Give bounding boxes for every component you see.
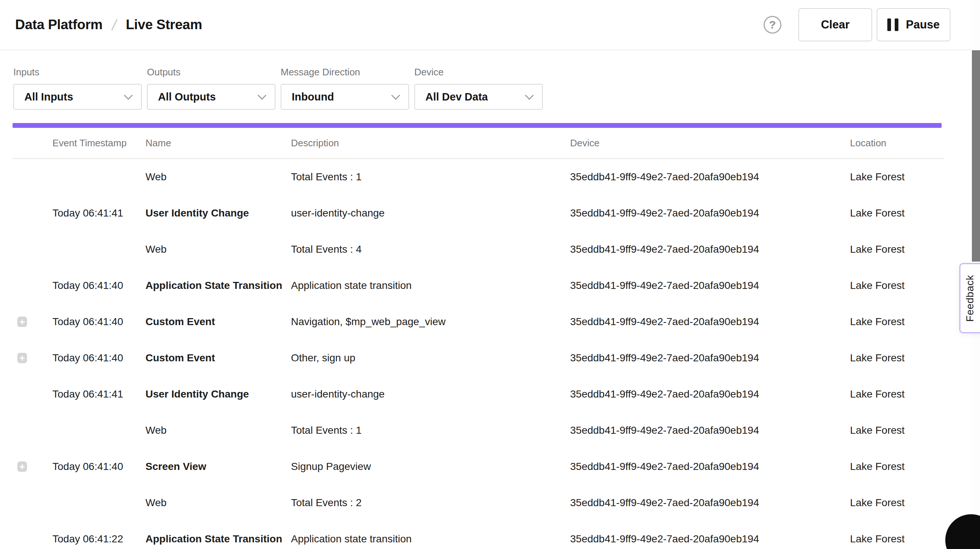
table-row[interactable]: + Web Total Events : 1 35eddb41-9ff9-49e… — [13, 159, 944, 195]
expand-row-icon[interactable]: + — [18, 353, 27, 363]
event-name-cell: Application State Transition — [145, 533, 291, 545]
location-cell: Lake Forest — [850, 388, 944, 400]
event-timestamp-cell: Today 06:41:41 — [52, 388, 145, 400]
table-row[interactable]: + Today 06:41:41 User Identity Change us… — [13, 376, 944, 412]
message-direction-dropdown[interactable]: Inbound — [281, 84, 409, 110]
chevron-down-icon — [124, 91, 132, 100]
event-description-cell: user-identity-change — [291, 207, 570, 219]
live-stream-activity-bar — [13, 123, 942, 128]
header-actions: ? Clear Pause — [764, 8, 950, 41]
device-id-cell: 35eddb41-9ff9-49e2-7aed-20afa90eb194 — [570, 533, 850, 545]
page-header: Data Platform / Live Stream ? Clear Paus… — [0, 0, 980, 50]
table-row[interactable]: + Web Total Events : 4 35eddb41-9ff9-49e… — [13, 231, 944, 268]
feedback-tab-label: Feedback — [964, 275, 976, 322]
filter-message-direction-label: Message Direction — [281, 67, 409, 78]
location-cell: Lake Forest — [850, 461, 944, 472]
location-cell: Lake Forest — [850, 425, 944, 436]
chevron-down-icon — [525, 91, 534, 100]
help-icon[interactable]: ? — [764, 16, 781, 34]
device-dropdown-value: All Dev Data — [425, 91, 488, 103]
device-id-cell: 35eddb41-9ff9-49e2-7aed-20afa90eb194 — [570, 280, 850, 292]
breadcrumb: Data Platform / Live Stream — [15, 17, 202, 33]
table-row[interactable]: + Today 06:41:40 Screen View Signup Page… — [13, 448, 944, 485]
outputs-dropdown[interactable]: All Outputs — [147, 84, 275, 110]
event-description-cell: Total Events : 4 — [291, 243, 570, 255]
table-row[interactable]: + Today 06:41:40 Custom Event Navigation… — [13, 304, 944, 340]
expand-row-icon[interactable]: + — [18, 461, 27, 472]
event-name-cell: Application State Transition — [145, 280, 291, 292]
event-description-cell: Total Events : 1 — [291, 425, 570, 436]
chevron-down-icon — [258, 91, 266, 100]
device-id-cell: 35eddb41-9ff9-49e2-7aed-20afa90eb194 — [570, 316, 850, 328]
column-header-event-timestamp: Event Timestamp — [52, 137, 145, 149]
column-header-name: Name — [145, 137, 291, 149]
location-cell: Lake Forest — [850, 280, 944, 292]
device-id-cell: 35eddb41-9ff9-49e2-7aed-20afa90eb194 — [570, 388, 850, 400]
inputs-dropdown-value: All Inputs — [24, 91, 73, 103]
event-name-cell: Screen View — [145, 461, 291, 472]
column-header-device: Device — [570, 137, 850, 149]
event-description-cell: Total Events : 2 — [291, 497, 570, 509]
table-row[interactable]: + Today 06:41:22 Application State Trans… — [13, 521, 944, 549]
table-header-row: Event Timestamp Name Description Device … — [13, 128, 944, 159]
event-name-cell: Web — [145, 171, 291, 183]
message-direction-dropdown-value: Inbound — [292, 91, 334, 103]
filter-bar: Inputs All Inputs Outputs All Outputs Me… — [0, 50, 980, 110]
breadcrumb-data-platform[interactable]: Data Platform — [15, 17, 103, 32]
device-id-cell: 35eddb41-9ff9-49e2-7aed-20afa90eb194 — [570, 352, 850, 364]
pause-icon — [887, 19, 898, 31]
device-dropdown[interactable]: All Dev Data — [414, 84, 543, 110]
device-id-cell: 35eddb41-9ff9-49e2-7aed-20afa90eb194 — [570, 243, 850, 255]
event-name-cell: Custom Event — [145, 352, 291, 364]
table-row[interactable]: + Today 06:41:40 Application State Trans… — [13, 268, 944, 304]
event-timestamp-cell: Today 06:41:40 — [52, 352, 145, 364]
pause-button-label: Pause — [906, 18, 939, 31]
event-name-cell: User Identity Change — [145, 388, 291, 400]
filter-device-label: Device — [414, 67, 543, 78]
filter-inputs: Inputs All Inputs — [13, 67, 142, 110]
breadcrumb-live-stream[interactable]: Live Stream — [126, 17, 202, 32]
table-row[interactable]: + Web Total Events : 1 35eddb41-9ff9-49e… — [13, 412, 944, 448]
location-cell: Lake Forest — [850, 316, 944, 328]
table-row[interactable]: + Today 06:41:40 Custom Event Other, sig… — [13, 340, 944, 376]
location-cell: Lake Forest — [850, 171, 944, 183]
location-cell: Lake Forest — [850, 243, 944, 255]
device-id-cell: 35eddb41-9ff9-49e2-7aed-20afa90eb194 — [570, 207, 850, 219]
event-name-cell: Web — [145, 425, 291, 436]
expand-row-icon[interactable]: + — [18, 317, 27, 327]
event-description-cell: Navigation, $mp_web_page_view — [291, 316, 570, 328]
location-cell: Lake Forest — [850, 533, 944, 545]
column-header-description: Description — [291, 137, 570, 149]
event-name-cell: Web — [145, 497, 291, 509]
feedback-tab[interactable]: Feedback — [959, 263, 980, 333]
event-table: Event Timestamp Name Description Device … — [13, 128, 944, 549]
event-description-cell: Application state transition — [291, 280, 570, 292]
event-description-cell: Total Events : 1 — [291, 171, 570, 183]
event-description-cell: Signup Pageview — [291, 461, 570, 472]
table-row[interactable]: + Web Total Events : 2 35eddb41-9ff9-49e… — [13, 485, 944, 521]
scrollbar-thumb[interactable] — [972, 50, 980, 262]
event-timestamp-cell: Today 06:41:40 — [52, 316, 145, 328]
filter-outputs: Outputs All Outputs — [147, 67, 275, 110]
pause-button[interactable]: Pause — [877, 8, 950, 41]
filter-message-direction: Message Direction Inbound — [281, 67, 409, 110]
event-timestamp-cell: Today 06:41:40 — [52, 280, 145, 292]
filter-device: Device All Dev Data — [414, 67, 543, 110]
event-timestamp-cell: Today 06:41:22 — [52, 533, 145, 545]
event-description-cell: Application state transition — [291, 533, 570, 545]
event-name-cell: Custom Event — [145, 316, 291, 328]
table-body: + Web Total Events : 1 35eddb41-9ff9-49e… — [13, 159, 944, 549]
filter-outputs-label: Outputs — [147, 67, 275, 78]
device-id-cell: 35eddb41-9ff9-49e2-7aed-20afa90eb194 — [570, 425, 850, 436]
chevron-down-icon — [391, 91, 400, 100]
inputs-dropdown[interactable]: All Inputs — [13, 84, 142, 110]
event-timestamp-cell: Today 06:41:41 — [52, 207, 145, 219]
clear-button[interactable]: Clear — [798, 8, 872, 41]
table-row[interactable]: + Today 06:41:41 User Identity Change us… — [13, 195, 944, 231]
event-timestamp-cell: Today 06:41:40 — [52, 461, 145, 472]
chat-bubble-icon[interactable] — [945, 514, 980, 549]
location-cell: Lake Forest — [850, 207, 944, 219]
column-header-location: Location — [850, 137, 944, 149]
location-cell: Lake Forest — [850, 352, 944, 364]
device-id-cell: 35eddb41-9ff9-49e2-7aed-20afa90eb194 — [570, 461, 850, 472]
